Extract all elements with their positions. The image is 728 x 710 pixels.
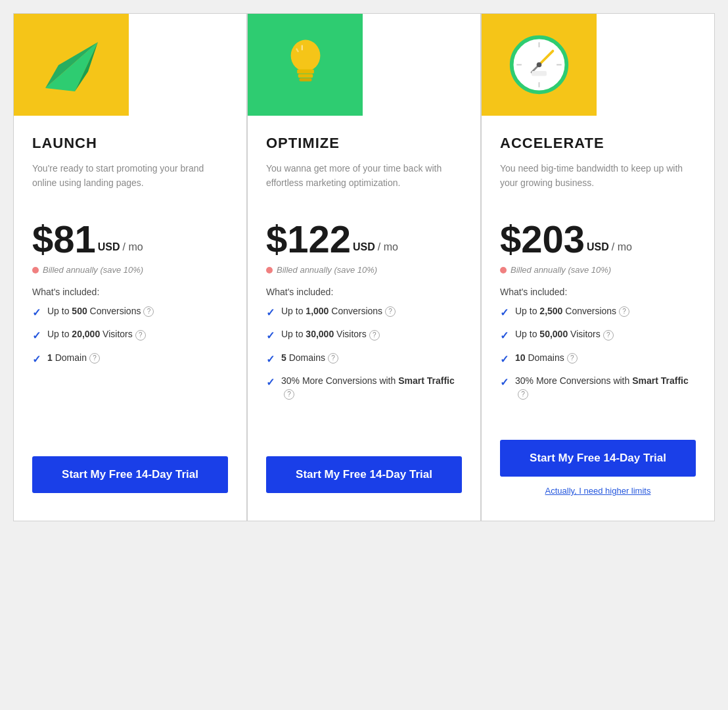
price-currency-launch: USD: [98, 241, 120, 253]
feature-text: 30% More Conversions with Smart Traffic?: [515, 375, 696, 400]
help-icon[interactable]: ?: [135, 330, 146, 341]
whats-included-launch: What's included:: [32, 287, 228, 297]
plan-body-accelerate: ACCELERATEYou need big-time bandwidth to…: [482, 119, 714, 440]
features-list-optimize: ✓Up to 1,000 Conversions?✓Up to 30,000 V…: [266, 305, 462, 425]
check-icon: ✓: [32, 352, 41, 367]
check-icon: ✓: [32, 329, 41, 343]
plan-card-optimize: RECOMMENDED OPTIMIZEYou wanna get more o…: [247, 13, 481, 521]
billing-text: Billed annually (save 10%): [43, 265, 143, 275]
feature-text: 1 Domain?: [47, 352, 100, 365]
help-icon[interactable]: ?: [89, 353, 100, 364]
billing-note-optimize: Billed annually (save 10%): [266, 265, 462, 275]
paper-plane-icon: [39, 32, 104, 98]
svg-rect-6: [299, 78, 311, 82]
billing-dot: [266, 267, 273, 273]
feature-text: Up to 30,000 Visitors?: [281, 328, 380, 341]
plan-description-accelerate: You need big-time bandwidth to keep up w…: [500, 161, 696, 207]
price-amount-accelerate: $203: [500, 220, 585, 258]
cta-button-launch[interactable]: Start My Free 14-Day Trial: [32, 456, 228, 493]
svg-rect-18: [532, 71, 547, 76]
price-period-launch: / mo: [123, 241, 143, 253]
features-list-accelerate: ✓Up to 2,500 Conversions?✓Up to 50,000 V…: [500, 305, 696, 408]
price-amount-optimize: $122: [266, 220, 351, 258]
features-list-launch: ✓Up to 500 Conversions?✓Up to 20,000 Vis…: [32, 305, 228, 425]
plan-description-launch: You're ready to start promoting your bra…: [32, 161, 228, 207]
price-period-optimize: / mo: [378, 241, 398, 253]
feature-text: Up to 500 Conversions?: [47, 305, 154, 318]
check-icon: ✓: [266, 352, 275, 367]
plan-footer-accelerate: Start My Free 14-Day TrialActually, I ne…: [482, 440, 714, 521]
feature-item: ✓30% More Conversions with Smart Traffic…: [500, 375, 696, 400]
cta-button-accelerate[interactable]: Start My Free 14-Day Trial: [500, 440, 696, 477]
svg-rect-4: [297, 69, 314, 73]
price-currency-optimize: USD: [353, 241, 375, 253]
help-icon[interactable]: ?: [143, 306, 154, 317]
billing-dot: [32, 267, 39, 273]
check-icon: ✓: [32, 306, 41, 320]
svg-rect-7: [301, 45, 302, 50]
whats-included-accelerate: What's included:: [500, 287, 696, 297]
feature-item: ✓5 Domains?: [266, 352, 462, 367]
feature-text: 10 Domains?: [515, 352, 578, 365]
feature-text: Up to 50,000 Visitors?: [515, 328, 614, 341]
feature-item: ✓Up to 20,000 Visitors?: [32, 328, 228, 343]
check-icon: ✓: [266, 329, 275, 343]
check-icon: ✓: [500, 306, 509, 320]
whats-included-optimize: What's included:: [266, 287, 462, 297]
higher-limits-link-accelerate[interactable]: Actually, I need higher limits: [500, 486, 696, 502]
help-icon[interactable]: ?: [369, 330, 380, 341]
feature-item: ✓Up to 500 Conversions?: [32, 305, 228, 320]
help-icon[interactable]: ?: [385, 306, 396, 317]
plan-name-optimize: OPTIMIZE: [266, 135, 462, 152]
cta-button-optimize[interactable]: Start My Free 14-Day Trial: [266, 456, 462, 493]
billing-note-accelerate: Billed annually (save 10%): [500, 265, 696, 275]
help-icon[interactable]: ?: [603, 330, 614, 341]
svg-marker-0: [45, 42, 98, 91]
feature-item: ✓Up to 1,000 Conversions?: [266, 305, 462, 320]
billing-text: Billed annually (save 10%): [511, 265, 611, 275]
feature-item: ✓Up to 2,500 Conversions?: [500, 305, 696, 320]
plan-footer-launch: Start My Free 14-Day Trial: [14, 456, 246, 521]
plan-footer-optimize: Start My Free 14-Day Trial: [248, 456, 480, 521]
billing-text: Billed annually (save 10%): [277, 265, 377, 275]
plan-price-optimize: $122USD/ mo: [266, 220, 462, 258]
feature-text: 5 Domains?: [281, 352, 338, 365]
svg-point-3: [290, 39, 320, 71]
feature-text: Up to 2,500 Conversions?: [515, 305, 629, 318]
feature-text: Up to 20,000 Visitors?: [47, 328, 146, 341]
feature-item: ✓Up to 30,000 Visitors?: [266, 328, 462, 343]
feature-text: 30% More Conversions with Smart Traffic?: [281, 375, 462, 400]
plan-card-accelerate: ACCELERATEYou need big-time bandwidth to…: [481, 13, 715, 521]
feature-item: ✓30% More Conversions with Smart Traffic…: [266, 375, 462, 400]
svg-point-17: [537, 62, 542, 68]
price-currency-accelerate: USD: [587, 241, 609, 253]
feature-item: ✓1 Domain?: [32, 352, 228, 367]
svg-rect-5: [298, 74, 312, 78]
plan-icon-bg-accelerate: [482, 14, 597, 116]
help-icon[interactable]: ?: [518, 389, 528, 400]
check-icon: ✓: [500, 375, 509, 390]
plan-price-accelerate: $203USD/ mo: [500, 220, 696, 258]
plan-body-launch: LAUNCHYou're ready to start promoting yo…: [14, 119, 246, 456]
feature-item: ✓10 Domains?: [500, 352, 696, 367]
check-icon: ✓: [266, 306, 275, 320]
plan-price-launch: $81USD/ mo: [32, 220, 228, 258]
help-icon[interactable]: ?: [567, 353, 578, 364]
speedometer-icon: [508, 34, 570, 96]
pricing-container: LAUNCHYou're ready to start promoting yo…: [13, 13, 715, 521]
help-icon[interactable]: ?: [619, 306, 629, 317]
check-icon: ✓: [266, 375, 275, 390]
plan-icon-wrapper-launch: [14, 14, 246, 119]
plan-body-optimize: OPTIMIZEYou wanna get more of your time …: [248, 119, 480, 456]
billing-dot: [500, 267, 507, 273]
billing-note-launch: Billed annually (save 10%): [32, 265, 228, 275]
help-icon[interactable]: ?: [284, 389, 294, 400]
plan-icon-wrapper-optimize: [248, 14, 480, 119]
price-period-accelerate: / mo: [612, 241, 632, 253]
feature-text: Up to 1,000 Conversions?: [281, 305, 396, 318]
plan-card-launch: LAUNCHYou're ready to start promoting yo…: [13, 13, 247, 521]
help-icon[interactable]: ?: [328, 353, 338, 364]
plan-description-optimize: You wanna get more of your time back wit…: [266, 161, 462, 207]
check-icon: ✓: [500, 329, 509, 343]
plan-icon-bg-launch: [14, 14, 129, 116]
